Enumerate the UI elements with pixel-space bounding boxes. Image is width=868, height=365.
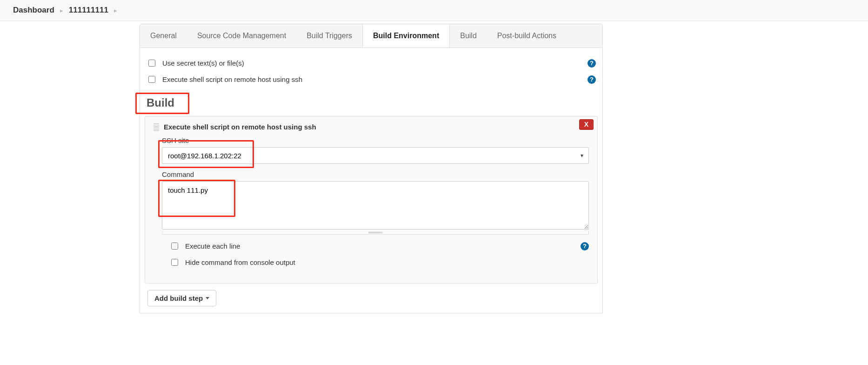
- config-tabs: General Source Code Management Build Tri…: [140, 24, 603, 48]
- tab-general[interactable]: General: [140, 24, 187, 47]
- delete-step-button[interactable]: X: [579, 119, 594, 130]
- breadcrumb-dashboard[interactable]: Dashboard: [13, 6, 54, 15]
- use-secret-text-checkbox[interactable]: [148, 60, 155, 67]
- breadcrumb: Dashboard ▸ 111111111 ▸: [0, 0, 868, 21]
- hide-command-checkbox[interactable]: [171, 259, 178, 266]
- tab-build[interactable]: Build: [450, 24, 487, 47]
- command-label: Command: [162, 170, 589, 178]
- build-section-heading: Build: [147, 96, 598, 109]
- use-secret-text-label: Use secret text(s) or file(s): [162, 59, 582, 67]
- tab-build-environment[interactable]: Build Environment: [362, 24, 450, 48]
- ssh-site-label: SSH site: [162, 136, 589, 144]
- caret-down-icon: [206, 297, 209, 299]
- execute-each-line-label: Execute each line: [185, 242, 575, 250]
- use-secret-text-row: Use secret text(s) or file(s) ?: [145, 55, 598, 72]
- hide-command-label: Hide command from console output: [185, 258, 589, 266]
- add-build-step-button[interactable]: Add build step: [147, 290, 216, 306]
- add-build-step-label: Add build step: [154, 294, 203, 302]
- resize-handle[interactable]: [162, 231, 589, 235]
- command-textarea[interactable]: [162, 181, 589, 230]
- breadcrumb-job[interactable]: 111111111: [69, 6, 108, 15]
- help-icon[interactable]: ?: [588, 75, 596, 84]
- execute-ssh-env-label: Execute shell script on remote host usin…: [162, 75, 582, 83]
- chevron-right-icon: ▸: [60, 7, 63, 14]
- tab-build-triggers[interactable]: Build Triggers: [296, 24, 362, 47]
- ssh-site-select[interactable]: root@192.168.1.202:22: [162, 147, 589, 164]
- execute-each-line-checkbox[interactable]: [171, 243, 178, 250]
- help-icon[interactable]: ?: [588, 59, 596, 68]
- execute-each-line-row: Execute each line ?: [158, 235, 589, 255]
- build-step-ssh: X Execute shell script on remote host us…: [145, 116, 598, 284]
- tab-scm[interactable]: Source Code Management: [187, 24, 296, 47]
- chevron-right-icon: ▸: [114, 7, 117, 14]
- drag-handle-icon[interactable]: [154, 123, 159, 131]
- execute-ssh-env-row: Execute shell script on remote host usin…: [145, 72, 598, 88]
- hide-command-row: Hide command from console output: [158, 255, 589, 271]
- tab-post-build[interactable]: Post-build Actions: [487, 24, 567, 47]
- execute-ssh-env-checkbox[interactable]: [148, 76, 155, 83]
- build-step-title: Execute shell script on remote host usin…: [164, 123, 316, 131]
- help-icon[interactable]: ?: [581, 242, 589, 250]
- config-content: Use secret text(s) or file(s) ? Execute …: [140, 48, 603, 313]
